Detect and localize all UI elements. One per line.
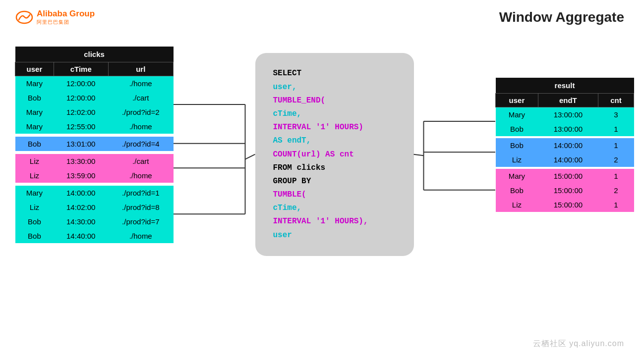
logo-name: Alibaba Group xyxy=(37,9,95,19)
sql-box: SELECT user, TUMBLE_END( cTime, INTERVAL… xyxy=(255,53,414,256)
svg-line-6 xyxy=(245,154,255,159)
table-row: Liz14:02:00./prod?id=8 xyxy=(15,200,174,214)
table-row: Liz13:30:00./cart xyxy=(15,154,174,168)
clicks-col-user: user xyxy=(15,62,54,76)
sql-line: GROUP BY xyxy=(273,175,396,188)
table-row: Bob12:00:00./cart xyxy=(15,91,174,105)
alibaba-logo-icon xyxy=(15,10,34,25)
sql-line: cTime, xyxy=(273,107,396,121)
result-col-user: user xyxy=(496,93,538,107)
sql-line: INTERVAL '1' HOURS), xyxy=(273,215,396,228)
result-col-cnt: cnt xyxy=(598,93,634,107)
sql-line: TUMBLE( xyxy=(273,188,396,202)
result-col-endt: endT xyxy=(538,93,598,107)
clicks-col-url: url xyxy=(108,62,173,76)
sql-line: INTERVAL '1' HOURS) xyxy=(273,121,396,134)
clicks-col-ctime: cTime xyxy=(54,62,108,76)
sql-line: TUMBLE_END( xyxy=(273,94,396,107)
table-row: Mary12:02:00./prod?id=2 xyxy=(15,105,174,119)
table-row: Mary15:00:001 xyxy=(496,169,634,183)
clicks-table-panel: clicks user cTime url Mary12:00:00./home… xyxy=(15,47,174,243)
sql-line: user, xyxy=(273,81,396,94)
table-row: Liz13:59:00./home xyxy=(15,168,174,183)
svg-line-7 xyxy=(414,154,424,156)
table-row: Bob14:40:00./home xyxy=(15,229,174,243)
table-row: Bob15:00:002 xyxy=(496,183,634,198)
table-row: Mary12:55:00./home xyxy=(15,119,174,134)
logo-subtitle: 阿里巴巴集团 xyxy=(37,19,95,26)
sql-line: user xyxy=(273,229,396,242)
header: Alibaba Group 阿里巴巴集团 Window Aggregate xyxy=(0,0,644,31)
table-row: Bob14:00:001 xyxy=(496,138,634,153)
logo: Alibaba Group 阿里巴巴集团 xyxy=(15,9,95,26)
page-title: Window Aggregate xyxy=(499,9,624,25)
table-row: Bob13:00:001 xyxy=(496,122,634,136)
clicks-table: clicks user cTime url Mary12:00:00./home… xyxy=(15,47,174,243)
watermark: 云栖社区 yq.aliyun.com xyxy=(533,339,624,349)
table-row: Bob13:01:00./prod?id=4 xyxy=(15,137,174,151)
table-row: Mary12:00:00./home xyxy=(15,76,174,91)
sql-line: SELECT xyxy=(273,67,396,80)
result-table-title: result xyxy=(496,78,634,94)
sql-line: COUNT(url) AS cnt xyxy=(273,148,396,161)
sql-line: AS endT, xyxy=(273,134,396,148)
table-row: Bob14:30:00./prod?id=7 xyxy=(15,214,174,229)
result-table-panel: result user endT cnt Mary13:00:003Bob13:… xyxy=(495,78,634,212)
table-row: Liz14:00:002 xyxy=(496,153,634,167)
logo-text: Alibaba Group 阿里巴巴集团 xyxy=(37,9,95,26)
table-row: Mary13:00:003 xyxy=(496,107,634,122)
middle-area: SELECT user, TUMBLE_END( cTime, INTERVAL… xyxy=(174,33,495,256)
main-panels: clicks user cTime url Mary12:00:00./home… xyxy=(0,33,644,256)
sql-line: cTime, xyxy=(273,202,396,215)
result-table: result user endT cnt Mary13:00:003Bob13:… xyxy=(495,78,634,212)
table-row: Liz15:00:001 xyxy=(496,198,634,212)
sql-line: FROM clicks xyxy=(273,161,396,175)
clicks-table-title: clicks xyxy=(15,47,174,62)
table-row: Mary14:00:00./prod?id=1 xyxy=(15,186,174,200)
